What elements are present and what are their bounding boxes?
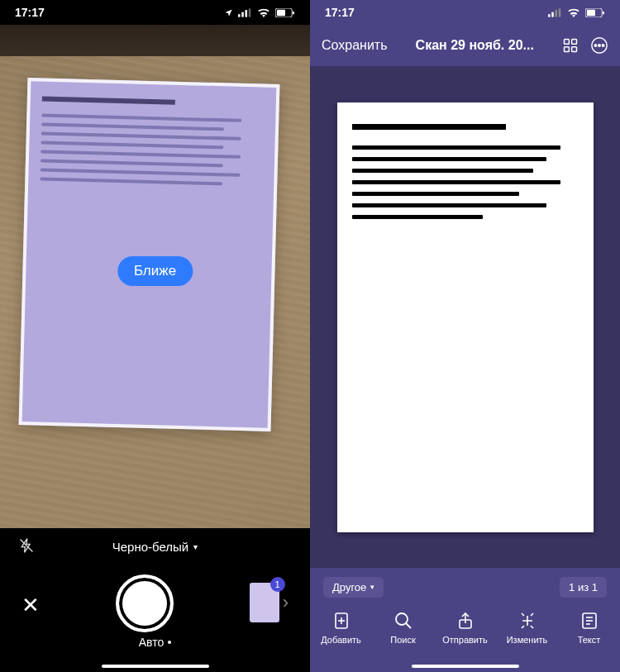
dot-icon bbox=[168, 641, 171, 644]
category-tag-select[interactable]: Другое ▾ bbox=[323, 577, 384, 598]
status-bar: 17:17 bbox=[0, 0, 310, 25]
captured-thumbnails[interactable]: 1 › bbox=[250, 583, 289, 622]
signal-icon bbox=[238, 8, 252, 17]
svg-rect-14 bbox=[603, 11, 604, 14]
editor-header: Сохранить Скан 29 нояб. 20... bbox=[310, 25, 620, 66]
svg-rect-3 bbox=[249, 8, 251, 17]
battery-icon bbox=[585, 8, 605, 17]
category-tag-label: Другое bbox=[332, 581, 366, 593]
svg-rect-9 bbox=[551, 12, 554, 17]
document-title[interactable]: Скан 29 нояб. 20... bbox=[416, 38, 534, 53]
home-indicator[interactable] bbox=[102, 665, 209, 668]
flash-toggle[interactable] bbox=[18, 537, 35, 556]
scan-preview-area[interactable] bbox=[310, 66, 620, 568]
share-button[interactable]: Отправить bbox=[441, 611, 490, 645]
svg-rect-5 bbox=[277, 9, 285, 15]
thumbnail-count-badge: 1 bbox=[270, 577, 285, 592]
page-indicator[interactable]: 1 из 1 bbox=[560, 577, 607, 598]
svg-point-26 bbox=[396, 613, 408, 625]
more-icon[interactable] bbox=[590, 36, 608, 55]
thumbnail[interactable]: 1 bbox=[250, 583, 279, 622]
svg-rect-1 bbox=[241, 12, 244, 17]
svg-rect-10 bbox=[556, 10, 558, 17]
grid-view-icon[interactable] bbox=[562, 37, 579, 54]
svg-point-20 bbox=[594, 45, 596, 46]
signal-icon bbox=[548, 8, 562, 17]
capture-mode-select[interactable]: Авто bbox=[139, 636, 172, 649]
svg-rect-13 bbox=[587, 9, 595, 15]
close-button[interactable]: ✕ bbox=[21, 593, 40, 618]
wifi-icon bbox=[567, 8, 580, 17]
svg-rect-6 bbox=[293, 11, 294, 14]
add-page-button[interactable]: Добавить bbox=[317, 611, 366, 645]
svg-rect-17 bbox=[564, 47, 569, 52]
detected-document bbox=[19, 78, 280, 431]
save-button[interactable]: Сохранить bbox=[322, 38, 388, 53]
status-bar: 17:17 bbox=[310, 0, 620, 25]
toolbar-label: Поиск bbox=[390, 635, 415, 645]
svg-point-21 bbox=[599, 45, 600, 46]
status-time: 17:17 bbox=[325, 6, 355, 19]
svg-rect-11 bbox=[559, 8, 561, 17]
svg-point-22 bbox=[602, 45, 603, 46]
shutter-button[interactable] bbox=[116, 574, 174, 632]
search-button[interactable]: Поиск bbox=[379, 611, 428, 645]
svg-rect-15 bbox=[564, 40, 569, 45]
svg-rect-8 bbox=[548, 14, 551, 17]
chevron-down-icon: ▾ bbox=[193, 542, 198, 551]
svg-rect-16 bbox=[572, 40, 577, 45]
svg-rect-0 bbox=[238, 14, 241, 17]
filter-bar: Черно-белый ▾ bbox=[0, 528, 310, 565]
svg-rect-18 bbox=[572, 47, 577, 52]
svg-rect-2 bbox=[246, 10, 248, 17]
toolbar-label: Изменить bbox=[507, 635, 548, 645]
toolbar-label: Добавить bbox=[321, 635, 361, 645]
edit-button[interactable]: Изменить bbox=[503, 611, 552, 645]
location-icon bbox=[224, 8, 233, 17]
chevron-down-icon: ▾ bbox=[370, 583, 374, 591]
camera-viewport[interactable]: Ближе bbox=[0, 25, 310, 528]
scanned-page[interactable] bbox=[337, 102, 594, 532]
svg-line-27 bbox=[406, 623, 411, 628]
capture-mode-label: Авто bbox=[139, 636, 165, 649]
pager-label: 1 из 1 bbox=[569, 581, 598, 593]
toolbar-label: Текст bbox=[578, 635, 601, 645]
filter-label: Черно-белый bbox=[112, 540, 188, 554]
ocr-text-button[interactable]: Текст bbox=[565, 611, 614, 645]
bottom-toolbar: Добавить Поиск Отправить Изменить Текст bbox=[310, 606, 620, 672]
wifi-icon bbox=[257, 8, 270, 17]
battery-icon bbox=[275, 8, 295, 17]
status-time: 17:17 bbox=[15, 6, 45, 19]
toolbar-label: Отправить bbox=[442, 635, 488, 645]
camera-hint-pill: Ближе bbox=[117, 256, 193, 286]
home-indicator[interactable] bbox=[412, 665, 519, 668]
color-filter-select[interactable]: Черно-белый ▾ bbox=[112, 540, 198, 554]
chevron-right-icon: › bbox=[283, 592, 289, 613]
